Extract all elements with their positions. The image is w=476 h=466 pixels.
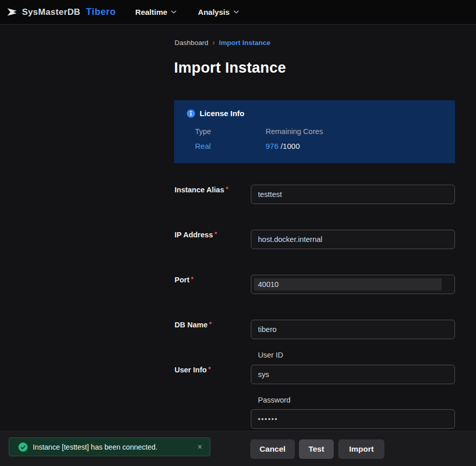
db-name-input[interactable] [251, 320, 455, 339]
brand-logo-icon [7, 7, 17, 17]
breadcrumb-separator-icon: › [212, 38, 215, 47]
required-marker: * [214, 230, 217, 238]
instance-alias-label: Instance Alias* [175, 185, 228, 194]
breadcrumb-dashboard[interactable]: Dashboard [175, 39, 208, 47]
toast-message: Instance [testtest] has been connected. [33, 443, 158, 451]
brand-name: SysMasterDB [22, 7, 80, 17]
nav-menu-analysis[interactable]: Analysis [198, 8, 239, 16]
top-navigation-bar: SysMasterDB Tibero Realtime Analysis [0, 0, 476, 25]
ip-address-label: IP Address* [175, 230, 217, 239]
user-id-input[interactable] [251, 365, 455, 384]
password-input[interactable] [251, 409, 455, 429]
test-button[interactable]: Test [299, 439, 334, 459]
success-check-icon [18, 442, 28, 452]
import-button[interactable]: Import [338, 439, 384, 459]
required-marker: * [191, 275, 193, 283]
breadcrumb-import-instance[interactable]: Import Instance [219, 39, 271, 47]
instance-alias-input[interactable] [251, 185, 455, 204]
page-title: Import Instance [174, 59, 286, 76]
port-label: Port* [175, 275, 193, 284]
nav-menu-realtime[interactable]: Realtime [135, 8, 177, 16]
license-remaining-count: 976 [266, 142, 278, 150]
license-info-header: License Info [187, 109, 245, 118]
user-info-label: User Info* [175, 365, 211, 374]
license-remaining-cores-value: 976 /1000 [266, 142, 300, 150]
app-window: SysMasterDB Tibero Realtime Analysis Das… [0, 0, 476, 466]
license-remaining-cores-column-header: Remaining Cores [266, 127, 323, 136]
required-marker: * [226, 185, 228, 193]
password-label: Password [258, 396, 291, 404]
breadcrumb: Dashboard › Import Instance [175, 38, 270, 47]
license-info-panel: License Info Type Remaining Cores Real 9… [174, 100, 455, 163]
chevron-down-icon [171, 10, 177, 14]
chevron-down-icon [233, 10, 239, 14]
ip-address-input[interactable] [251, 230, 455, 249]
license-total-count: /1000 [280, 142, 300, 150]
brand-product-name: Tibero [86, 7, 116, 17]
db-name-label: DB Name* [175, 320, 212, 329]
user-id-label: User ID [258, 351, 283, 359]
info-icon [187, 109, 195, 118]
port-input[interactable] [251, 275, 455, 294]
required-marker: * [209, 320, 211, 328]
brand[interactable]: SysMasterDB Tibero [7, 7, 116, 17]
nav-menu-analysis-label: Analysis [198, 8, 230, 16]
success-toast: Instance [testtest] has been connected. … [9, 437, 210, 456]
license-info-title: License Info [200, 109, 245, 118]
cancel-button[interactable]: Cancel [250, 439, 295, 459]
required-marker: * [208, 365, 211, 373]
license-type-column-header: Type [195, 127, 211, 136]
nav-menu-realtime-label: Realtime [135, 8, 167, 16]
close-icon[interactable]: × [198, 443, 202, 451]
license-type-value: Real [195, 142, 211, 150]
